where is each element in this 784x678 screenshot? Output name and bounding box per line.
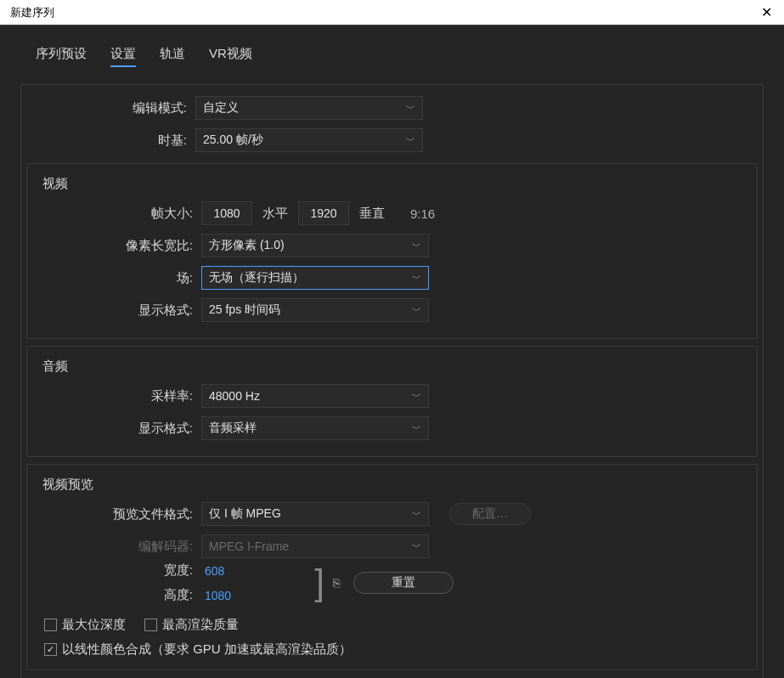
- tab-settings[interactable]: 设置: [110, 42, 136, 67]
- video-preview-title: 视频预览: [27, 468, 757, 498]
- frame-width-input[interactable]: [201, 201, 252, 225]
- video-section-title: 视频: [27, 167, 757, 197]
- pixel-aspect-label: 像素长宽比:: [27, 238, 201, 254]
- linear-composite-checkbox[interactable]: 以线性颜色合成（要求 GPU 加速或最高渲染品质）: [44, 641, 352, 658]
- chevron-down-icon: ﹀: [406, 134, 415, 147]
- frame-height-input[interactable]: [298, 201, 349, 225]
- preview-file-format-dropdown[interactable]: 仅 I 帧 MPEG ﹀: [201, 502, 429, 526]
- window-title: 新建序列: [10, 5, 54, 20]
- dialog-content: 序列预设 设置 轨道 VR视频 编辑模式: 自定义 ﹀ 时基: 25.00 帧/…: [0, 25, 784, 678]
- audio-display-format-dropdown[interactable]: 音频采样 ﹀: [201, 416, 429, 440]
- link-icon[interactable]: ⎘: [333, 576, 340, 590]
- chevron-down-icon: ﹀: [412, 240, 421, 252]
- fields-value: 无场（逐行扫描）: [209, 270, 304, 285]
- close-icon[interactable]: ✕: [756, 3, 777, 22]
- reset-button[interactable]: 重置: [353, 572, 454, 594]
- chevron-down-icon: ﹀: [412, 508, 421, 521]
- preview-height-label: 高度:: [27, 587, 201, 603]
- codec-value: MPEG I-Frame: [209, 540, 289, 553]
- max-render-quality-label: 最高渲染质量: [162, 617, 239, 633]
- tab-vr-video[interactable]: VR视频: [209, 42, 252, 67]
- chevron-down-icon: ﹀: [412, 390, 421, 403]
- pixel-aspect-dropdown[interactable]: 方形像素 (1.0) ﹀: [201, 234, 429, 257]
- aspect-ratio-display: 9:16: [410, 206, 435, 221]
- checkbox-checked-icon: [44, 643, 57, 656]
- tab-sequence-presets[interactable]: 序列预设: [36, 42, 87, 67]
- timebase-value: 25.00 帧/秒: [203, 133, 263, 148]
- video-display-format-dropdown[interactable]: 25 fps 时间码 ﹀: [201, 298, 429, 322]
- preview-width-label: 宽度:: [27, 562, 201, 579]
- vertical-label: 垂直: [359, 206, 385, 222]
- checkbox-icon: [144, 619, 157, 631]
- audio-section-title: 音频: [27, 350, 757, 380]
- chevron-down-icon: ﹀: [412, 304, 421, 317]
- checkbox-icon: [44, 619, 57, 631]
- sample-rate-value: 48000 Hz: [209, 389, 260, 403]
- audio-display-format-value: 音频采样: [209, 421, 257, 436]
- max-bit-depth-checkbox[interactable]: 最大位深度: [44, 617, 126, 633]
- linear-composite-label: 以线性颜色合成（要求 GPU 加速或最高渲染品质）: [62, 641, 352, 658]
- preview-height-value[interactable]: 1080: [201, 589, 231, 602]
- preview-width-value[interactable]: 608: [201, 564, 224, 578]
- sample-rate-dropdown[interactable]: 48000 Hz ﹀: [201, 384, 429, 408]
- preview-file-format-label: 预览文件格式:: [27, 506, 201, 523]
- codec-dropdown: MPEG I-Frame ﹀: [201, 534, 429, 558]
- frame-size-label: 帧大小:: [27, 206, 201, 222]
- titlebar: 新建序列 ✕: [0, 0, 784, 25]
- editing-mode-label: 编辑模式:: [21, 100, 195, 116]
- pixel-aspect-value: 方形像素 (1.0): [209, 238, 285, 253]
- tab-bar: 序列预设 设置 轨道 VR视频: [20, 37, 764, 77]
- video-section: 视频 帧大小: 水平 垂直 9:16 像素长宽比: 方形像素 (1.0) ﹀ 场…: [26, 163, 758, 339]
- max-render-quality-checkbox[interactable]: 最高渲染质量: [144, 617, 239, 633]
- video-preview-section: 视频预览 预览文件格式: 仅 I 帧 MPEG ﹀ 配置… 编解码器: MPEG…: [26, 464, 758, 670]
- chevron-down-icon: ﹀: [412, 422, 421, 435]
- preview-file-format-value: 仅 I 帧 MPEG: [209, 506, 281, 522]
- configure-button: 配置…: [449, 503, 531, 525]
- audio-section: 音频 采样率: 48000 Hz ﹀ 显示格式: 音频采样 ﹀: [26, 346, 758, 457]
- link-bracket: ]: [314, 565, 324, 601]
- fields-label: 场:: [27, 270, 201, 286]
- audio-display-format-label: 显示格式:: [27, 421, 201, 437]
- sample-rate-label: 采样率:: [27, 388, 201, 404]
- settings-panel: 编辑模式: 自定义 ﹀ 时基: 25.00 帧/秒 ﹀ 视频 帧大小: 水平 垂…: [20, 84, 764, 678]
- video-display-format-label: 显示格式:: [27, 302, 201, 319]
- chevron-down-icon: ﹀: [406, 102, 415, 115]
- timebase-label: 时基:: [21, 133, 195, 149]
- video-display-format-value: 25 fps 时间码: [209, 302, 280, 318]
- tab-tracks[interactable]: 轨道: [160, 42, 185, 67]
- editing-mode-value: 自定义: [203, 100, 239, 116]
- timebase-dropdown[interactable]: 25.00 帧/秒 ﹀: [195, 128, 423, 152]
- max-bit-depth-label: 最大位深度: [62, 617, 126, 633]
- codec-label: 编解码器:: [27, 539, 201, 555]
- horizontal-label: 水平: [262, 206, 288, 222]
- fields-dropdown[interactable]: 无场（逐行扫描） ﹀: [201, 266, 429, 290]
- chevron-down-icon: ﹀: [412, 540, 421, 553]
- chevron-down-icon: ﹀: [412, 272, 421, 285]
- editing-mode-dropdown[interactable]: 自定义 ﹀: [195, 96, 423, 120]
